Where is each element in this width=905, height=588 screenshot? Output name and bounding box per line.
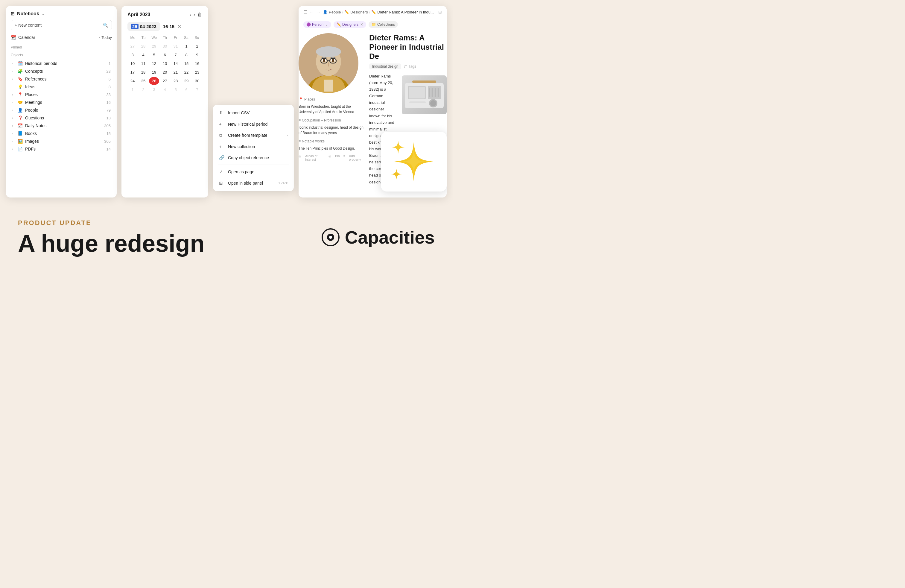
calendar-day[interactable]: 12 [149,60,159,68]
calendar-day[interactable]: 3 [127,51,138,59]
sidebar-item-name: PDFs [25,147,106,151]
calendar-day[interactable]: 1 [127,86,138,94]
context-menu-item-create-from-template[interactable]: ⧉ Create from template› [215,130,291,141]
calendar-day[interactable]: 2 [138,86,148,94]
forward-icon[interactable]: → [316,10,321,14]
sidebar-chevron: › [12,77,16,81]
calendar-day[interactable]: 31 [170,42,181,50]
sidebar-item-ideas[interactable]: 💡 Ideas 8 [11,83,112,91]
calendar-day[interactable]: 25 [138,77,148,85]
calendar-trash-icon[interactable]: 🗑 [197,12,202,17]
context-menu-item-import-csv[interactable]: ⬆ Import CSV [215,107,291,119]
breadcrumb-sep-2: / [369,10,370,14]
breadcrumb-people[interactable]: People [329,10,341,14]
calendar-clear-icon[interactable]: ✕ [178,24,181,29]
calendar-day[interactable]: 8 [181,51,192,59]
sidebar-item-books[interactable]: › 📘 Books 15 [11,130,112,137]
person-photo-svg [298,33,359,93]
calendar-day[interactable]: 27 [160,77,170,85]
sidebar-item-concepts[interactable]: › 🧩 Concepts 23 [11,67,112,75]
calendar-day[interactable]: 4 [138,51,148,59]
search-bar[interactable]: + New content 🔍 [11,20,112,30]
background-section: PRODUCT UPDATE A huge redesign Capacitie… [0,180,452,294]
calendar-day[interactable]: 24 [127,77,138,85]
sidebar-item-meetings[interactable]: › 🤝 Meetings 16 [11,99,112,106]
sidebar-item-references[interactable]: › 🔖 References 6 [11,75,112,83]
calendar-day[interactable]: 21 [170,68,181,76]
calendar-day[interactable]: 10 [127,60,138,68]
breadcrumb-designers[interactable]: Designers [350,10,368,14]
calendar-day[interactable]: 30 [192,77,202,85]
calendar-day[interactable]: 5 [170,86,181,94]
sidebar-item-pdfs[interactable]: › 📄 PDFs 14 [11,145,112,153]
context-menu-item-open-as-page[interactable]: ↗ Open as page [215,166,291,178]
sidebar-item-historical-periods[interactable]: › 🗓️ Historical periods 1 [11,60,112,67]
sidebar-item-daily-notes[interactable]: › 📅 Daily Notes 305 [11,122,112,130]
calendar-day[interactable]: 11 [138,60,148,68]
context-menu-item-open-in-side-panel[interactable]: ⊞ Open in side panel⇧ click [215,178,291,189]
calendar-day[interactable]: 6 [160,51,170,59]
breadcrumb-current[interactable]: Dieter Rams: A Pioneer in Indu... [377,10,434,14]
back-icon[interactable]: ← [310,10,314,14]
sidebar-item-count: 16 [106,100,111,105]
sidebar-item-questions[interactable]: › ❓ Questions 13 [11,114,112,122]
calendar-next-icon[interactable]: › [194,12,195,17]
calendar-day[interactable]: 29 [149,42,159,50]
calendar-day[interactable]: 20 [160,68,170,76]
sidebar-item-count: 79 [106,108,111,113]
calendar-day[interactable]: 16 [192,60,202,68]
calendar-day[interactable]: 29 [181,77,192,85]
calendar-day[interactable]: 7 [170,51,181,59]
bio-label: Bio [335,154,340,161]
sidebar-item-count: 13 [106,116,111,120]
sidebar-item-places[interactable]: › 📍 Places 33 [11,91,112,99]
calendar-day[interactable]: 22 [181,68,192,76]
calendar-day[interactable]: 7 [192,86,202,94]
calendar-day[interactable]: 18 [138,68,148,76]
calendar-day[interactable]: 4 [160,86,170,94]
tag-designers[interactable]: ✏️ Designers ✕ [333,21,366,28]
sidebar-toggle-icon[interactable]: ☰ [303,10,307,14]
calendar-day[interactable]: 27 [127,42,138,50]
calendar-day[interactable]: 28 [138,42,148,50]
areas-icon: ◎ [298,154,302,161]
calendar-day[interactable]: 9 [192,51,202,59]
calendar-day[interactable]: 6 [181,86,192,94]
context-menu-item-new-historical-period[interactable]: + New Historical period [215,119,291,130]
tag-designers-close[interactable]: ✕ [360,22,363,27]
context-menu-item-copy-object-reference[interactable]: 🔗 Copy object reference [215,152,291,164]
calendar-day[interactable]: 23 [192,68,202,76]
sidebar-chevron: › [12,132,16,135]
sidebar-chevron: › [12,116,16,120]
calendar-day[interactable]: 2 [192,42,202,50]
sidebar-item-count: 8 [109,85,111,89]
today-link[interactable]: → Today [97,35,112,40]
calendar-day[interactable]: 26 [149,77,159,85]
calendar-day[interactable]: 13 [160,60,170,68]
new-content-label: + New content [15,23,41,27]
search-icon[interactable]: 🔍 [103,23,108,27]
panel-toggle-icon[interactable]: ⊞ [438,10,442,14]
sidebar-item-images[interactable]: › 🖼️ Images 305 [11,137,112,145]
calendar-day[interactable]: 1 [181,42,192,50]
tag-person[interactable]: 🟣 Person ⌄ [303,21,331,28]
prop-places-value: Born in Wiesbaden, taught at the Univers… [298,104,364,114]
tag-designers-icon: ✏️ [337,22,341,27]
calendar-day-header: Fr [170,36,181,40]
calendar-day[interactable]: 5 [149,51,159,59]
tag-person-chevron: ⌄ [325,22,328,27]
calendar-day[interactable]: 3 [149,86,159,94]
breadcrumb: 👤 People / ✏️ Designers / ✏️ Dieter Rams… [323,10,434,14]
calendar-day[interactable]: 14 [170,60,181,68]
sidebar-item-people[interactable]: › 👤 People 79 [11,106,112,114]
context-menu-item-new-collection[interactable]: + New collection [215,141,291,152]
calendar-day[interactable]: 15 [181,60,192,68]
calendar-day[interactable]: 28 [170,77,181,85]
calendar-day[interactable]: 19 [149,68,159,76]
svg-point-17 [321,69,329,74]
calendar-day[interactable]: 17 [127,68,138,76]
calendar-day[interactable]: 30 [160,42,170,50]
tag-collections[interactable]: 📁 Collections [368,21,398,28]
add-property-label[interactable]: Add property [349,154,364,161]
calendar-prev-icon[interactable]: ‹ [189,12,191,17]
